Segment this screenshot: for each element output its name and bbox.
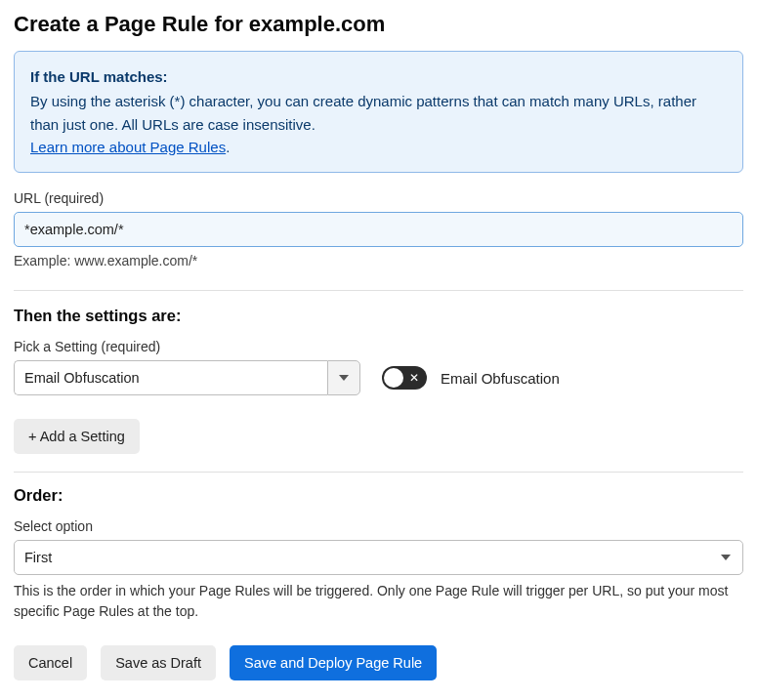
order-select-value: First (24, 550, 52, 565)
toggle-label: Email Obfuscation (441, 370, 560, 387)
learn-more-link[interactable]: Learn more about Page Rules (30, 139, 226, 155)
pick-setting-label: Pick a Setting (required) (14, 339, 360, 354)
page-title: Create a Page Rule for example.com (14, 12, 743, 37)
info-body: By using the asterisk (*) character, you… (30, 93, 696, 132)
url-label: URL (required) (14, 190, 743, 206)
toggle-knob (384, 368, 403, 388)
setting-select-value: Email Obfuscation (14, 360, 327, 395)
setting-row: Pick a Setting (required) Email Obfuscat… (14, 339, 743, 395)
order-section-title: Order: (14, 486, 743, 505)
email-obfuscation-toggle[interactable]: ✕ (382, 366, 427, 390)
cancel-button[interactable]: Cancel (14, 645, 87, 680)
order-help-text: This is the order in which your Page Rul… (14, 581, 743, 622)
url-input[interactable] (14, 212, 743, 247)
x-icon: ✕ (409, 372, 419, 384)
info-period: . (226, 139, 230, 155)
setting-select-trigger[interactable] (327, 360, 360, 395)
url-hint: Example: www.example.com/* (14, 253, 743, 268)
save-draft-button[interactable]: Save as Draft (101, 645, 216, 680)
divider (14, 472, 743, 473)
settings-section-title: Then the settings are: (14, 307, 743, 325)
divider (14, 290, 743, 291)
chevron-down-icon (339, 375, 349, 381)
setting-select[interactable]: Email Obfuscation (14, 360, 360, 395)
order-select[interactable]: First (14, 540, 743, 575)
chevron-down-icon (721, 555, 731, 560)
info-box: If the URL matches: By using the asteris… (14, 51, 743, 173)
save-deploy-button[interactable]: Save and Deploy Page Rule (230, 645, 437, 680)
footer-buttons: Cancel Save as Draft Save and Deploy Pag… (14, 645, 743, 680)
order-label: Select option (14, 518, 743, 534)
add-setting-button[interactable]: + Add a Setting (14, 419, 140, 454)
info-heading: If the URL matches: (30, 65, 727, 88)
